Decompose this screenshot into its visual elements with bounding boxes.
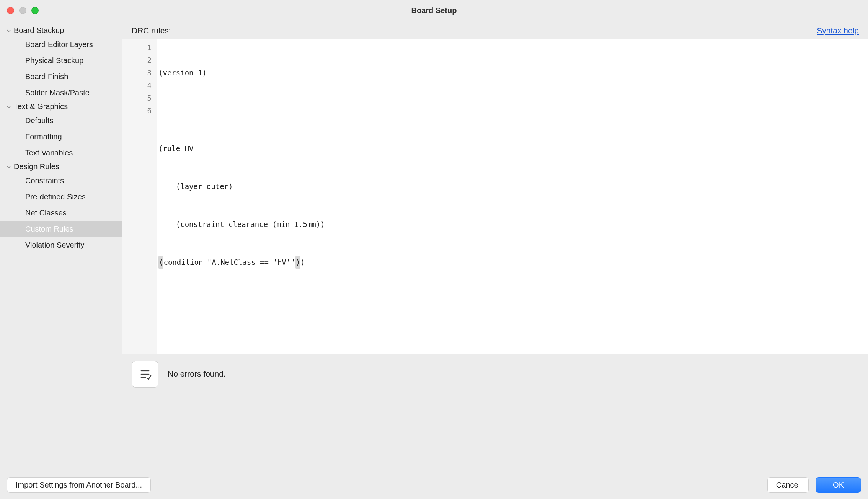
chevron-down-icon [6, 104, 11, 109]
code-line: (condition "A.NetClass == 'HV'")) [158, 256, 868, 269]
window-title: Board Setup [0, 6, 868, 15]
sidebar-group-label: Board Stackup [14, 26, 64, 35]
header-row: DRC rules: Syntax help [122, 21, 868, 39]
line-number-gutter: 1 2 3 4 5 6 [122, 39, 157, 354]
chevron-down-icon [6, 164, 11, 170]
footer-right: Cancel OK [767, 477, 861, 493]
code-line: (layer outer) [158, 180, 868, 193]
minimize-window-button[interactable] [19, 7, 26, 14]
sidebar-item-defaults[interactable]: Defaults [0, 113, 122, 129]
sidebar-item-constraints[interactable]: Constraints [0, 173, 122, 189]
sidebar-group-label: Design Rules [14, 162, 59, 171]
main-panel: DRC rules: Syntax help 1 2 3 4 5 6 (vers… [122, 21, 868, 471]
code-line: (version 1) [158, 67, 868, 79]
code-line: (constraint clearance (min 1.5mm)) [158, 218, 868, 231]
code-editor[interactable]: 1 2 3 4 5 6 (version 1) (rule HV (layer … [122, 39, 868, 354]
sidebar-item-net-classes[interactable]: Net Classes [0, 205, 122, 221]
status-area: No errors found. [122, 354, 868, 471]
syntax-help-link[interactable]: Syntax help [817, 26, 859, 35]
sidebar-item-text-variables[interactable]: Text Variables [0, 145, 122, 161]
cancel-button[interactable]: Cancel [767, 477, 809, 493]
sidebar-group-design-rules[interactable]: Design Rules [0, 161, 122, 173]
checklist-icon [138, 367, 152, 381]
line-number: 5 [122, 92, 157, 104]
chevron-down-icon [6, 28, 11, 33]
line-number: 6 [122, 104, 157, 117]
line-number: 1 [122, 41, 157, 54]
code-line: (rule HV [158, 142, 868, 155]
close-window-button[interactable] [7, 7, 14, 14]
sidebar-group-board-stackup[interactable]: Board Stackup [0, 24, 122, 36]
code-area[interactable]: (version 1) (rule HV (layer outer) (cons… [157, 39, 868, 354]
code-line [158, 104, 868, 117]
ok-button[interactable]: OK [816, 477, 861, 493]
sidebar-item-board-editor-layers[interactable]: Board Editor Layers [0, 36, 122, 52]
import-settings-button[interactable]: Import Settings from Another Board... [7, 477, 151, 493]
footer: Import Settings from Another Board... Ca… [0, 471, 868, 499]
sidebar-item-physical-stackup[interactable]: Physical Stackup [0, 52, 122, 68]
sidebar: Board Stackup Board Editor Layers Physic… [0, 21, 122, 471]
status-text: No errors found. [168, 361, 226, 378]
line-number: 2 [122, 54, 157, 67]
titlebar: Board Setup [0, 0, 868, 21]
line-number: 4 [122, 79, 157, 92]
sidebar-item-formatting[interactable]: Formatting [0, 129, 122, 145]
sidebar-group-label: Text & Graphics [14, 102, 68, 111]
sidebar-item-solder-mask-paste[interactable]: Solder Mask/Paste [0, 85, 122, 101]
check-rules-button[interactable] [132, 361, 158, 388]
board-setup-window: Board Setup Board Stackup Board Editor L… [0, 0, 868, 499]
sidebar-item-predefined-sizes[interactable]: Pre-defined Sizes [0, 189, 122, 205]
sidebar-item-violation-severity[interactable]: Violation Severity [0, 237, 122, 253]
body: Board Stackup Board Editor Layers Physic… [0, 21, 868, 471]
zoom-window-button[interactable] [31, 7, 39, 14]
sidebar-item-board-finish[interactable]: Board Finish [0, 68, 122, 85]
sidebar-group-text-graphics[interactable]: Text & Graphics [0, 101, 122, 113]
line-number: 3 [122, 67, 157, 79]
traffic-lights [0, 7, 39, 14]
sidebar-item-custom-rules[interactable]: Custom Rules [0, 221, 122, 237]
drc-rules-label: DRC rules: [132, 26, 171, 35]
